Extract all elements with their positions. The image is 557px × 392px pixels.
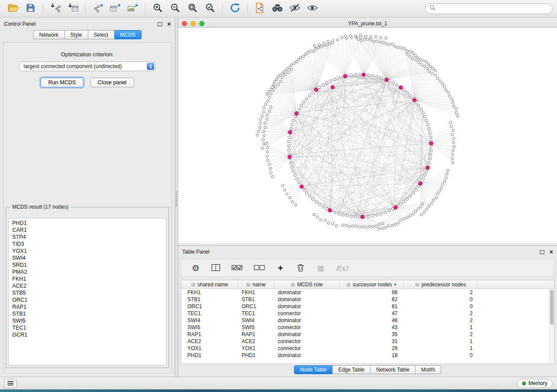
delete-columns-button[interactable] xyxy=(296,262,305,274)
zoom-out-button[interactable] xyxy=(166,2,184,16)
tab-network-table[interactable]: Network Table xyxy=(370,365,415,374)
search-box xyxy=(425,3,553,14)
show-columns-button[interactable] xyxy=(211,262,221,274)
close-panel-button[interactable]: Close panel xyxy=(90,78,134,87)
open-file-button[interactable] xyxy=(4,2,22,16)
list-item[interactable]: PMA2 xyxy=(9,268,166,275)
column-header[interactable]: ▤successor nodes▾ xyxy=(339,280,404,289)
show-hide-button[interactable] xyxy=(304,2,321,16)
table-row[interactable]: PHD1PHD1dominator180 xyxy=(181,352,554,359)
tab-node-table[interactable]: Node Table xyxy=(294,365,333,374)
toolbar-separator xyxy=(85,3,86,14)
column-header[interactable]: ▤MCDS role xyxy=(274,280,339,289)
list-item[interactable]: STB5 xyxy=(9,289,166,296)
tab-style[interactable]: Style xyxy=(65,30,88,39)
import-network-button[interactable] xyxy=(47,2,64,16)
list-item[interactable]: FKH1 xyxy=(9,275,166,282)
export-table-button[interactable] xyxy=(107,2,124,16)
close-panel-icon[interactable]: × xyxy=(167,22,171,26)
list-item[interactable]: ACE2 xyxy=(9,282,166,289)
select-all-icon xyxy=(231,263,243,273)
memory-button[interactable]: Memory xyxy=(517,379,553,388)
column-header[interactable]: ▤name xyxy=(238,280,274,289)
delete-table-button: ▦ xyxy=(316,262,325,274)
share-document-button[interactable] xyxy=(251,2,269,16)
list-item[interactable]: ORC1 xyxy=(9,296,166,303)
list-item[interactable]: CAR1 xyxy=(9,227,166,234)
window-maximize-icon[interactable] xyxy=(199,21,204,26)
list-item[interactable]: STB1 xyxy=(9,310,166,317)
export-table-icon xyxy=(109,3,121,14)
tab-network[interactable]: Network xyxy=(33,30,65,39)
panel-menu-button[interactable] xyxy=(4,379,17,388)
list-item[interactable]: GCR1 xyxy=(9,331,166,338)
table-row[interactable]: SWI4SWI4dominator462 xyxy=(181,317,554,324)
hamburger-icon xyxy=(7,381,14,382)
deselect-all-button[interactable] xyxy=(253,262,265,274)
list-item[interactable]: RAP1 xyxy=(9,303,166,310)
search-input[interactable] xyxy=(438,6,548,12)
table-row[interactable]: SWI5SWI5connector431 xyxy=(181,324,554,331)
column-header[interactable]: ▤shared name xyxy=(181,280,238,289)
function-icon: f(x) xyxy=(336,264,348,272)
select-all-button[interactable] xyxy=(231,262,243,274)
zoom-fit-button[interactable] xyxy=(184,2,201,16)
table-row[interactable]: STB1STB1dominator620 xyxy=(181,296,554,303)
export-image-button[interactable] xyxy=(124,2,142,16)
table-row[interactable]: YOX1YOX1connector291 xyxy=(181,345,554,352)
list-item[interactable]: STP4 xyxy=(9,234,166,241)
import-network-icon xyxy=(49,3,62,14)
list-item[interactable]: PHD1 xyxy=(9,220,166,227)
criterion-select[interactable]: largest connected component (undirected) xyxy=(19,62,156,71)
table-row[interactable]: ORC1ORC1dominator610 xyxy=(181,303,554,310)
tab-edge-table[interactable]: Edge Table xyxy=(332,365,370,374)
tab-select[interactable]: Select xyxy=(88,30,114,39)
mcds-panel: Optimization criterion: largest connecte… xyxy=(3,42,172,373)
window-close-icon[interactable] xyxy=(182,21,187,26)
save-button[interactable] xyxy=(22,2,39,16)
folder-open-icon xyxy=(7,3,19,14)
list-item[interactable]: SWI5 xyxy=(9,317,166,324)
list-item[interactable]: TEC1 xyxy=(9,324,166,331)
network-canvas[interactable] xyxy=(178,28,557,243)
scrollbar-thumb[interactable] xyxy=(550,290,554,325)
table-row[interactable]: TEC1TEC1connector472 xyxy=(181,310,554,317)
network-window-titlebar[interactable]: YPA_prune.txt_1 xyxy=(178,20,557,28)
zoom-in-button[interactable] xyxy=(149,2,166,16)
apply-layout-button[interactable] xyxy=(226,2,244,16)
import-table-button[interactable] xyxy=(64,2,82,16)
column-header[interactable]: ▤predecessor nodes xyxy=(404,280,478,289)
list-item[interactable]: SWI4 xyxy=(9,254,166,261)
create-column-button[interactable]: + xyxy=(276,262,285,274)
sort-icon: ▤ xyxy=(291,282,294,287)
zoom-selected-icon xyxy=(205,3,215,14)
desktop-wallpaper-strip xyxy=(0,389,557,392)
function-builder-button: f(x) xyxy=(336,262,348,274)
table-row[interactable]: RAP1RAP1dominator352 xyxy=(181,331,554,338)
list-item[interactable]: SRD1 xyxy=(9,261,166,268)
zoom-in-icon xyxy=(152,3,163,14)
table-mode-button[interactable]: ⚙ xyxy=(191,262,201,274)
chevron-up-down-icon xyxy=(147,63,154,70)
find-button[interactable] xyxy=(269,2,286,16)
search-icon xyxy=(429,5,436,12)
float-panel-icon[interactable] xyxy=(158,22,162,26)
table-scrollbar[interactable] xyxy=(549,289,554,364)
table-row[interactable]: ACE2ACE2connector311 xyxy=(181,338,554,345)
vertical-splitter[interactable] xyxy=(175,18,178,377)
list-item[interactable]: YOX1 xyxy=(9,248,166,254)
graphics-details-button[interactable] xyxy=(286,2,304,16)
export-network-button[interactable] xyxy=(89,2,107,16)
float-panel-icon[interactable] xyxy=(540,250,544,254)
window-minimize-icon[interactable] xyxy=(190,21,196,26)
tab-motifs[interactable]: Motifs xyxy=(415,365,441,374)
mcds-result-list[interactable]: PHD1CAR1STP4TID3YOX1SWI4SRD1PMA2FKH1ACE2… xyxy=(8,218,166,365)
zoom-selected-button[interactable] xyxy=(201,2,219,16)
run-mcds-button[interactable]: Run MCDS xyxy=(41,78,83,87)
control-panel: Control Panel × NetworkStyleSelectMCDS O… xyxy=(0,18,175,377)
table-row[interactable]: FKH1FKH1dominator962 xyxy=(181,289,554,296)
list-item[interactable]: TID3 xyxy=(9,241,166,248)
close-panel-icon[interactable]: × xyxy=(550,250,553,254)
graphics-details-icon xyxy=(289,3,301,14)
tab-mcds[interactable]: MCDS xyxy=(114,30,142,39)
